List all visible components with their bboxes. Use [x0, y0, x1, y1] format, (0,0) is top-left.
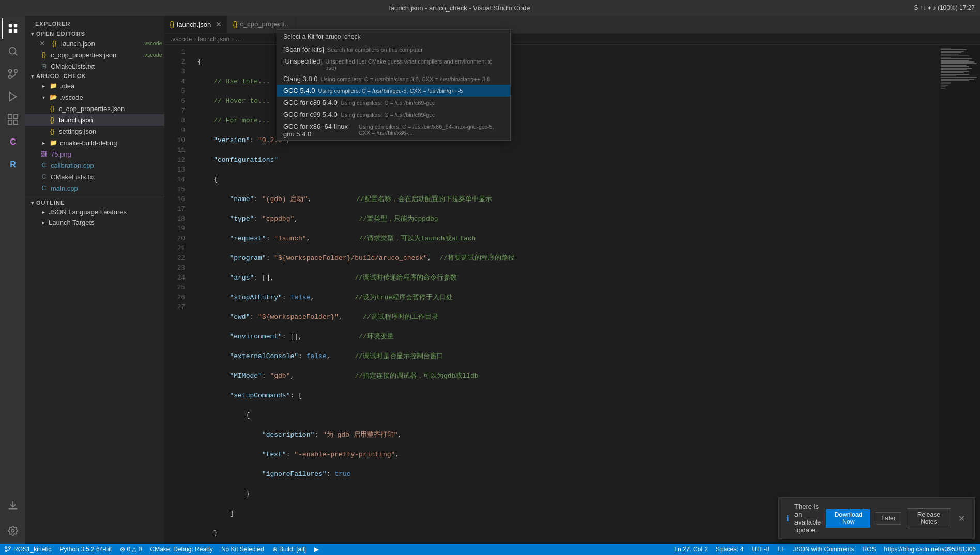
line-col-status[interactable]: Ln 27, Col 2	[670, 544, 712, 555]
kit-item-gcc-c89[interactable]: GCC for c89 5.4.0 Using compilers: C = /…	[277, 97, 510, 109]
kit-dropdown-header: Select a Kit for aruco_check	[277, 30, 510, 43]
open-editor-launch-json[interactable]: ✕ {} launch.json .vscode	[25, 38, 164, 49]
idea-folder[interactable]: ▸ 📁 .idea	[25, 80, 164, 91]
open-editor-cmakelists[interactable]: ⊟ CMakeLists.txt	[25, 60, 164, 72]
title-right: S ↑↓ ♦ ♪ (100%) 17:27	[914, 4, 975, 11]
kit-item-gcc-c99[interactable]: GCC for c99 5.4.0 Using compilers: C = /…	[277, 109, 510, 120]
breadcrumb-sep1: ›	[194, 36, 196, 43]
kit-item-scan[interactable]: [Scan for kits] Search for compilers on …	[277, 43, 510, 55]
gcc-desc: Using compilers: C = /usr/bin/gcc-5, CXX…	[318, 88, 463, 94]
explorer-activity-icon[interactable]	[2, 18, 23, 39]
download-activity-icon[interactable]	[2, 495, 23, 516]
build-status[interactable]: ⊕ Build: [all]	[268, 544, 310, 555]
build-run-icon[interactable]: ▶	[310, 544, 323, 555]
no-kit-status[interactable]: No Kit Selected	[217, 544, 268, 555]
source-control-activity-icon[interactable]	[2, 64, 23, 84]
open-editors-arrow: ▾	[31, 31, 34, 37]
scan-kits-name: [Scan for kits]	[283, 45, 324, 53]
language-status[interactable]: JSON with Comments	[789, 544, 858, 555]
launch-json-file-label: launch.json	[59, 116, 164, 124]
vscode-folder[interactable]: ▾ 📂 .vscode	[25, 91, 164, 103]
url-status[interactable]: https://blog.csdn.net/a395381306	[880, 544, 980, 555]
explorer-header: EXPLORER	[25, 16, 164, 29]
aruco-check-header[interactable]: ▾ ARUCO_CHECK	[25, 72, 164, 80]
status-left: ROS1_kinetic Python 3.5.2 64-bit ⊗ 0 △ 0…	[0, 544, 323, 555]
svg-rect-3	[14, 29, 17, 33]
kit-item-gcc-x86[interactable]: GCC for x86_64-linux-gnu 5.4.0 Using com…	[277, 120, 510, 140]
svg-rect-11	[14, 115, 18, 118]
git-branch-status[interactable]: ROS1_kinetic	[0, 544, 55, 555]
main-cpp[interactable]: C main.cpp	[25, 182, 164, 194]
search-activity-icon[interactable]	[2, 41, 23, 61]
run-icon: ▶	[314, 546, 319, 553]
open-editor-cpp-props[interactable]: {} c_cpp_properties.json .vscode	[25, 49, 164, 60]
later-button[interactable]: Later	[876, 512, 901, 525]
run-activity-icon[interactable]	[2, 86, 23, 107]
outline-json-features[interactable]: ▸ JSON Language Features	[25, 207, 164, 217]
clang-desc: Using compilers: C = /usr/bin/clang-3.8,…	[321, 76, 491, 82]
download-now-button[interactable]: Download Now	[826, 509, 870, 528]
line-ending-label: LF	[777, 546, 785, 553]
launch-json-label: launch.json	[61, 40, 143, 48]
kit-item-unspecified[interactable]: [Unspecified] Unspecified (Let CMake gue…	[277, 55, 510, 73]
idea-folder-icon: 📁	[49, 81, 58, 90]
breadcrumb-launch-json[interactable]: launch.json	[198, 36, 229, 43]
calibration-cpp[interactable]: C calibration.cpp	[25, 160, 164, 171]
status-right: Ln 27, Col 2 Spaces: 4 UTF-8 LF JSON wit…	[670, 544, 980, 555]
gcc-x86-name: GCC for x86_64-linux-gnu 5.4.0	[283, 122, 356, 138]
scan-kits-desc: Search for compilers on this computer	[327, 47, 423, 53]
cmake-build-label: cmake-build-debug	[60, 139, 164, 147]
cmake-build-folder[interactable]: ▸ 📁 cmake-build-debug	[25, 137, 164, 148]
kit-item-gcc-5-4[interactable]: GCC 5.4.0 Using compilers: C = /usr/bin/…	[277, 85, 510, 97]
encoding-status[interactable]: UTF-8	[747, 544, 773, 555]
unspecified-desc: Unspecified (Let CMake guess what compil…	[325, 58, 504, 71]
svg-rect-13	[14, 120, 18, 124]
extensions-activity-icon[interactable]	[2, 109, 23, 130]
errors-status[interactable]: ⊗ 0 △ 0	[116, 544, 146, 555]
svg-point-17	[9, 547, 11, 549]
svg-rect-10	[8, 115, 12, 118]
svg-line-5	[15, 53, 17, 55]
outline-header[interactable]: ▾ OUTLINE	[25, 198, 164, 207]
settings-json-file[interactable]: {} settings.json	[25, 126, 164, 137]
close-launch-json[interactable]: ✕	[39, 39, 45, 48]
tab-launch-json[interactable]: {} launch.json ✕	[164, 16, 227, 33]
png-file[interactable]: 🖼 75.png	[25, 148, 164, 160]
open-editors-header[interactable]: ▾ OPEN EDITORS	[25, 29, 164, 38]
aruco-arrow: ▾	[31, 73, 34, 79]
ros-activity-icon[interactable]: R	[2, 155, 23, 175]
build-label: ⊕ Build: [all]	[272, 546, 306, 553]
gcc-c89-name: GCC for c89 5.4.0	[283, 99, 338, 106]
breadcrumb-ellipsis[interactable]: ...	[236, 36, 241, 43]
notification-close-button[interactable]: ✕	[956, 514, 967, 523]
cmake-status[interactable]: CMake: Debug: Ready	[146, 544, 217, 555]
python-status[interactable]: Python 3.5.2 64-bit	[55, 544, 116, 555]
cpp-properties-file[interactable]: {} c_cpp_properties.json	[25, 103, 164, 114]
language-label: JSON with Comments	[793, 546, 854, 553]
cpp-props-label: c_cpp_properties.json	[51, 51, 143, 59]
kit-item-clang[interactable]: Clang 3.8.0 Using compilers: C = /usr/bi…	[277, 73, 510, 85]
release-notes-button[interactable]: Release Notes	[907, 508, 951, 528]
ros-status[interactable]: ROS	[859, 544, 880, 555]
line-ending-status[interactable]: LF	[773, 544, 789, 555]
spaces-status[interactable]: Spaces: 4	[712, 544, 747, 555]
settings-json-label: settings.json	[59, 128, 164, 135]
system-tray: S ↑↓ ♦ ♪ (100%) 17:27	[914, 4, 975, 11]
breadcrumb-vscode[interactable]: .vscode	[171, 36, 192, 43]
outline-launch-targets[interactable]: ▸ Launch Targets	[25, 217, 164, 227]
launch-json-file-icon: {}	[48, 115, 57, 125]
tab-launch-json-close[interactable]: ✕	[216, 20, 222, 28]
git-branch-label: ROS1_kinetic	[13, 546, 51, 553]
cmake-activity-icon[interactable]: C	[2, 132, 23, 152]
cmake-build-arrow: ▸	[39, 138, 48, 147]
launch-json-file[interactable]: {} launch.json	[25, 114, 164, 126]
settings-json-icon: {}	[48, 127, 57, 136]
idea-label: .idea	[60, 82, 164, 90]
line-col-label: Ln 27, Col 2	[674, 546, 708, 553]
settings-activity-icon[interactable]	[2, 520, 23, 541]
vscode-folder-icon: 📂	[49, 92, 58, 102]
cmakelists-label: CMakeLists.txt	[51, 63, 164, 70]
calibration-label: calibration.cpp	[51, 162, 164, 169]
spaces-label: Spaces: 4	[716, 546, 743, 553]
cmakelists-file[interactable]: C CMakeLists.txt	[25, 171, 164, 182]
